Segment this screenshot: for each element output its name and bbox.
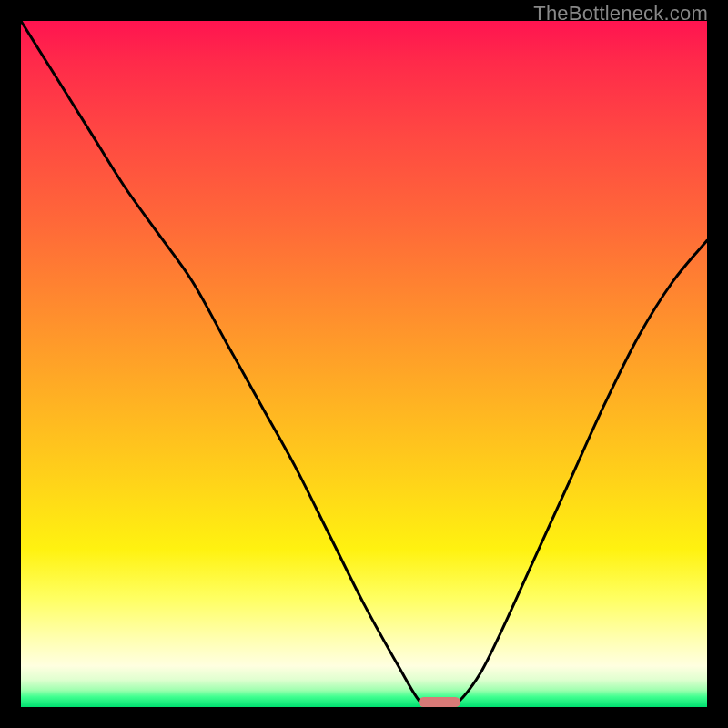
bottleneck-curve	[21, 21, 707, 707]
watermark-text: TheBottleneck.com	[533, 2, 708, 25]
chart-frame: TheBottleneck.com	[0, 0, 728, 728]
minimum-marker	[419, 697, 460, 707]
